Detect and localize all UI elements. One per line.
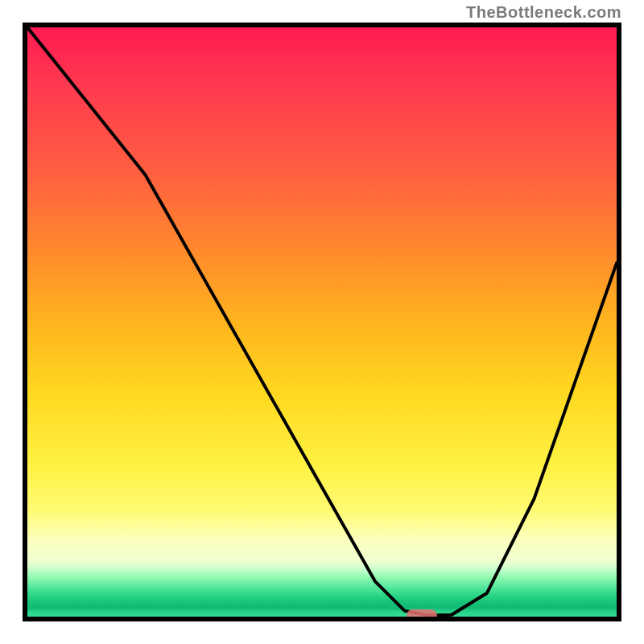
bottleneck-curve bbox=[27, 27, 617, 616]
chart-frame bbox=[23, 23, 621, 621]
watermark-text: TheBottleneck.com bbox=[466, 3, 621, 22]
chart-svg bbox=[27, 27, 617, 617]
optimum-marker bbox=[407, 609, 437, 621]
